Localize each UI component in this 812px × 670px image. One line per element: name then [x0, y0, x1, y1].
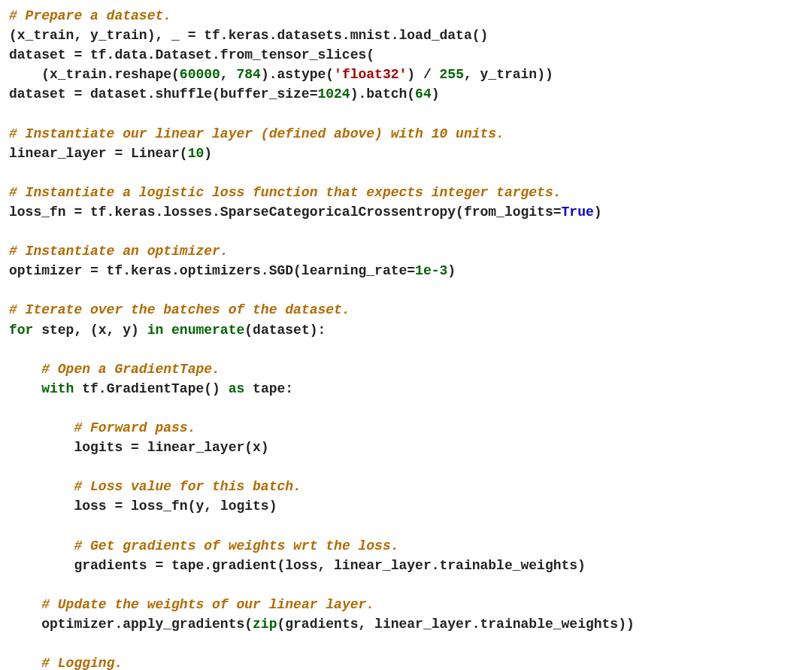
- code-token: logits = linear_layer(x): [9, 440, 269, 455]
- code-token: for: [9, 323, 33, 338]
- code-token: [9, 538, 74, 553]
- code-line: logits = linear_layer(x): [9, 440, 269, 455]
- code-token: # Loss value for this batch.: [74, 479, 301, 494]
- code-line: # Instantiate our linear layer (defined …: [9, 126, 504, 141]
- code-token: [9, 362, 41, 377]
- code-line: # Instantiate an optimizer.: [9, 244, 229, 259]
- code-line: # Update the weights of our linear layer…: [9, 597, 374, 612]
- code-line: # Iterate over the batches of the datase…: [9, 302, 350, 317]
- code-token: [9, 656, 41, 670]
- code-line: optimizer.apply_gradients(zip(gradients,…: [9, 617, 635, 632]
- code-line: # Open a GradientTape.: [9, 362, 220, 377]
- code-line: dataset = dataset.shuffle(buffer_size=10…: [9, 86, 440, 102]
- code-line: # Loss value for this batch.: [9, 479, 301, 494]
- code-line: # Logging.: [9, 656, 123, 670]
- code-token: ).astype(: [261, 67, 334, 82]
- code-token: 64: [415, 86, 432, 102]
- code-token: enumerate: [171, 323, 244, 338]
- code-token: linear_layer = Linear(: [9, 146, 188, 161]
- code-token: 1e-3: [415, 263, 447, 278]
- code-token: loss = loss_fn(y, logits): [9, 499, 277, 514]
- code-token: (dataset):: [244, 323, 326, 338]
- code-token: # Update the weights of our linear layer…: [41, 597, 374, 612]
- code-token: gradients = tape.gradient(loss, linear_l…: [9, 558, 586, 573]
- code-line: linear_layer = Linear(10): [9, 146, 212, 161]
- code-token: tape:: [244, 381, 293, 396]
- code-line: # Get gradients of weights wrt the loss.: [9, 538, 399, 553]
- code-token: ,: [220, 67, 237, 82]
- code-token: ) /: [407, 67, 439, 82]
- code-token: , y_train)): [464, 67, 553, 82]
- code-token: tf.GradientTape(): [74, 381, 228, 396]
- code-line: for step, (x, y) in enumerate(dataset):: [9, 323, 326, 338]
- code-token: optimizer = tf.keras.optimizers.SGD(lear…: [9, 263, 415, 278]
- code-token: ): [204, 146, 212, 161]
- code-line: loss_fn = tf.keras.losses.SparseCategori…: [9, 205, 602, 220]
- code-token: [9, 381, 41, 396]
- code-line: # Instantiate a logistic loss function t…: [9, 185, 562, 200]
- code-token: # Logging.: [41, 656, 123, 670]
- code-token: 'float32': [334, 67, 407, 82]
- code-token: 10: [188, 146, 205, 161]
- code-token: with: [41, 381, 74, 396]
- code-line: optimizer = tf.keras.optimizers.SGD(lear…: [9, 263, 456, 278]
- code-token: # Prepare a dataset.: [9, 8, 171, 23]
- code-token: ): [432, 86, 440, 102]
- code-token: ): [594, 205, 602, 220]
- code-token: # Instantiate a logistic loss function t…: [9, 185, 562, 200]
- code-line: gradients = tape.gradient(loss, linear_l…: [9, 558, 586, 573]
- code-token: (x_train, y_train), _ = tf.keras.dataset…: [9, 28, 488, 43]
- code-line: # Forward pass.: [9, 420, 195, 435]
- code-token: [9, 420, 74, 435]
- code-token: # Iterate over the batches of the datase…: [9, 302, 350, 317]
- code-line: # Prepare a dataset.: [9, 8, 171, 23]
- code-token: [9, 479, 74, 494]
- code-token: in: [147, 323, 164, 338]
- code-token: (x_train.reshape(: [9, 67, 180, 82]
- code-line: dataset = tf.data.Dataset.from_tensor_sl…: [9, 47, 374, 62]
- code-token: (gradients, linear_layer.trainable_weigh…: [277, 617, 634, 632]
- code-token: dataset = tf.data.Dataset.from_tensor_sl…: [9, 47, 374, 62]
- code-line: loss = loss_fn(y, logits): [9, 499, 277, 514]
- code-token: # Instantiate an optimizer.: [9, 244, 229, 259]
- code-token: optimizer.apply_gradients(: [9, 617, 253, 632]
- code-token: # Instantiate our linear layer (defined …: [9, 126, 504, 141]
- code-token: dataset = dataset.shuffle(buffer_size=: [9, 86, 317, 102]
- code-token: ).batch(: [350, 86, 415, 102]
- code-token: 60000: [180, 67, 220, 82]
- code-token: step, (x, y): [33, 323, 147, 338]
- code-block: # Prepare a dataset. (x_train, y_train),…: [0, 0, 812, 670]
- code-token: [163, 323, 171, 338]
- code-line: (x_train.reshape(60000, 784).astype('flo…: [9, 67, 553, 82]
- code-token: 1024: [317, 86, 350, 102]
- code-token: loss_fn = tf.keras.losses.SparseCategori…: [9, 205, 562, 220]
- code-token: # Forward pass.: [74, 420, 195, 435]
- code-token: zip: [253, 617, 277, 632]
- code-line: with tf.GradientTape() as tape:: [9, 381, 293, 396]
- code-token: as: [229, 381, 245, 396]
- code-token: # Open a GradientTape.: [41, 362, 220, 377]
- code-token: [9, 597, 41, 612]
- code-token: 784: [236, 67, 260, 82]
- code-token: ): [447, 263, 456, 278]
- code-token: 255: [440, 67, 464, 82]
- code-token: # Get gradients of weights wrt the loss.: [74, 538, 398, 553]
- code-line: (x_train, y_train), _ = tf.keras.dataset…: [9, 28, 488, 43]
- code-token: True: [562, 205, 594, 220]
